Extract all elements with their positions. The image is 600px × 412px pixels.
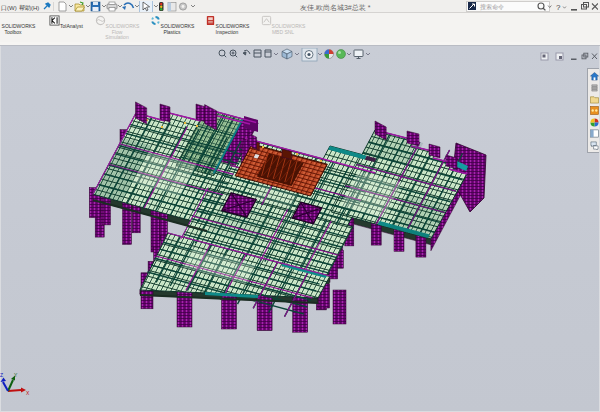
svg-text:Z: Z — [0, 372, 3, 378]
svg-text:X: X — [26, 390, 30, 396]
svg-text:Y: Y — [14, 372, 18, 378]
